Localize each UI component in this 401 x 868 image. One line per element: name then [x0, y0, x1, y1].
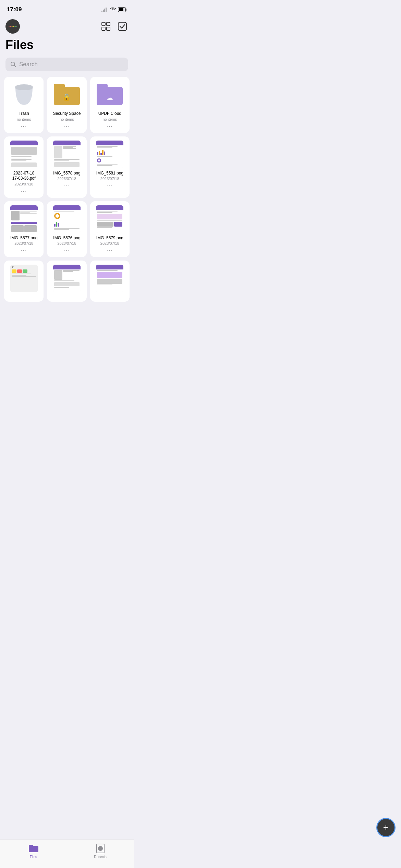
header-actions: [100, 21, 128, 32]
page-title: Files: [0, 36, 134, 58]
files-grid: Trash no items ··· 🔒 Security Space no i…: [0, 77, 134, 336]
wifi-icon: [110, 7, 116, 12]
checkbox-icon: [118, 22, 127, 31]
logo-icon: ~~~: [9, 24, 17, 29]
svg-rect-1: [103, 10, 104, 12]
svg-rect-0: [101, 11, 102, 12]
svg-rect-8: [107, 22, 110, 26]
folder-trash[interactable]: Trash no items ···: [4, 77, 44, 133]
svg-rect-10: [107, 27, 110, 31]
status-time: 17:09: [7, 6, 22, 13]
file-9-thumbnail: [96, 265, 123, 292]
folder-security-name: Security Space: [53, 111, 81, 117]
file-img-5581[interactable]: IMG_5581.png 2023/07/18 ···: [90, 136, 130, 198]
cloud-folder-icon: ☁: [97, 84, 123, 105]
battery-icon: [118, 7, 127, 12]
folder-cloud-menu[interactable]: ···: [104, 123, 116, 130]
cloud-icon-area: ☁: [96, 81, 123, 108]
file-img-5577-menu[interactable]: ···: [18, 247, 30, 254]
svg-rect-5: [126, 9, 127, 11]
folder-security-subtitle: no items: [60, 117, 74, 121]
search-container: Search: [0, 58, 134, 77]
security-icon-area: 🔒: [53, 81, 81, 108]
svg-rect-7: [102, 22, 105, 26]
img-5577-thumbnail: [10, 205, 38, 233]
img-5576-thumbnail: [53, 205, 81, 233]
folder-security[interactable]: 🔒 Security Space no items ···: [47, 77, 86, 133]
svg-line-13: [14, 65, 16, 67]
grid-view-button[interactable]: [100, 21, 112, 32]
file-img-5578-name: IMG_5578.png: [53, 171, 80, 176]
file-9[interactable]: [90, 261, 130, 302]
svg-rect-9: [102, 27, 105, 31]
svg-rect-2: [104, 9, 105, 12]
file-img-5577-name: IMG_5577.png: [10, 236, 37, 241]
file-pdf-1-menu[interactable]: ···: [18, 188, 30, 195]
folder-updf-cloud[interactable]: ☁ UPDF Cloud no items ···: [90, 77, 130, 133]
file-img-5578[interactable]: IMG_5578.png 2023/07/18 ···: [47, 136, 86, 198]
svg-rect-11: [118, 22, 126, 31]
file-img-5578-date: 2023/07/18: [57, 177, 76, 181]
file-img-5577[interactable]: IMG_5577.png 2023/07/18 ···: [4, 201, 44, 257]
app-logo[interactable]: ~~~: [5, 19, 20, 34]
file-img-5576-date: 2023/07/18: [57, 241, 76, 245]
file-8[interactable]: [47, 261, 86, 302]
file-img-5581-menu[interactable]: ···: [104, 182, 116, 190]
search-icon: [10, 61, 16, 68]
file-pdf-1-date: 2023/07/18: [14, 182, 33, 186]
svg-rect-6: [119, 8, 123, 11]
file-img-5578-menu[interactable]: ···: [61, 182, 73, 190]
pdf-thumbnail: [10, 141, 38, 168]
signal-icon: [101, 7, 108, 12]
file-7-thumbnail: 文: [10, 265, 38, 292]
file-7[interactable]: 文: [4, 261, 44, 302]
file-img-5579-name: IMG_5579.png: [96, 236, 123, 241]
status-bar: 17:09: [0, 0, 134, 17]
file-img-5576[interactable]: IMG_5576.png 2023/07/18 ···: [47, 201, 86, 257]
select-button[interactable]: [117, 21, 128, 32]
status-icons: [101, 7, 127, 12]
folder-trash-menu[interactable]: ···: [18, 123, 30, 130]
header: ~~~: [0, 17, 134, 36]
svg-point-15: [15, 87, 33, 90]
file-img-5576-menu[interactable]: ···: [61, 247, 73, 254]
lock-icon: 🔒: [62, 93, 71, 101]
folder-cloud-name: UPDF Cloud: [98, 111, 121, 117]
folder-trash-name: Trash: [19, 111, 29, 117]
file-img-5579-menu[interactable]: ···: [104, 247, 116, 254]
trash-icon: [14, 84, 34, 106]
file-img-5579-date: 2023/07/18: [100, 241, 119, 245]
folder-security-menu[interactable]: ···: [61, 123, 73, 130]
grid-icon: [101, 22, 110, 31]
img-5581-thumbnail: [96, 141, 123, 168]
file-pdf-1[interactable]: 2023-07-1817-03-36.pdf 2023/07/18 ···: [4, 136, 44, 198]
trash-icon-area: [10, 81, 38, 108]
cloud-icon: ☁: [106, 94, 113, 102]
file-img-5581-name: IMG_5581.png: [96, 171, 123, 176]
file-img-5581-date: 2023/07/18: [100, 177, 119, 181]
search-bar[interactable]: Search: [5, 58, 128, 71]
file-8-thumbnail: [53, 265, 81, 292]
search-placeholder: Search: [19, 61, 38, 68]
file-img-5576-name: IMG_5576.png: [53, 236, 80, 241]
svg-rect-3: [106, 8, 107, 12]
img-5578-thumbnail: [53, 141, 81, 168]
img-5579-thumbnail: [96, 205, 123, 233]
security-folder-icon: 🔒: [54, 84, 80, 105]
folder-trash-subtitle: no items: [17, 117, 31, 121]
folder-cloud-subtitle: no items: [103, 117, 117, 121]
file-img-5579[interactable]: IMG_5579.png 2023/07/18 ···: [90, 201, 130, 257]
file-img-5577-date: 2023/07/18: [14, 241, 33, 245]
file-pdf-1-name: 2023-07-1817-03-36.pdf: [12, 171, 36, 181]
